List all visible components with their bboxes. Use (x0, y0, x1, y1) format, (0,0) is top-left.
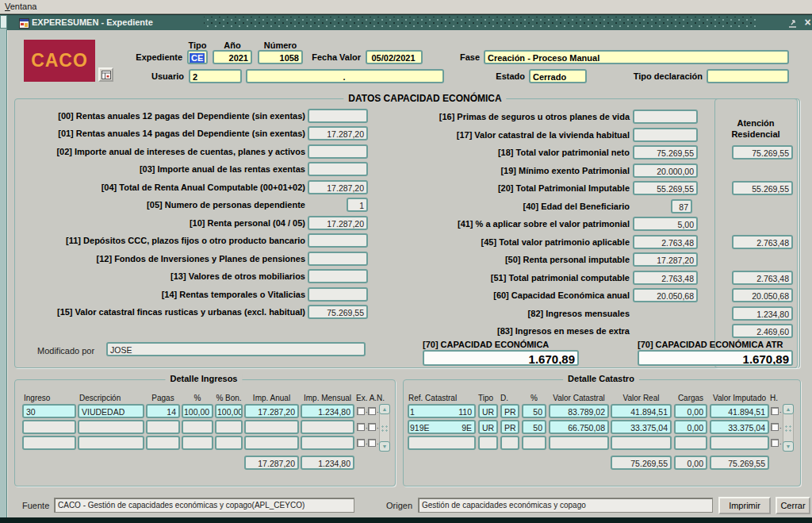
ingresos-cell[interactable]: 14 (146, 404, 180, 418)
atr-value-field[interactable]: 1.234,80 (732, 306, 793, 321)
value-field[interactable]: 17.287,20 (633, 252, 698, 267)
ref-catastral-cell[interactable]: 1110 (408, 404, 476, 418)
catastro-cell[interactable]: 33.375,04 (611, 420, 672, 434)
tipo-declaracion-field[interactable] (707, 69, 789, 83)
ingresos-cell[interactable] (146, 420, 180, 434)
value-field[interactable]: 2.763,48 (633, 271, 698, 285)
ingresos-cell[interactable] (22, 436, 76, 450)
estado-field[interactable]: Cerrado (529, 69, 587, 83)
ex-checkbox[interactable] (357, 423, 365, 431)
an-checkbox[interactable] (368, 423, 376, 431)
mdi-left-scrollbar-button[interactable] (0, 15, 7, 29)
usuario-code-field[interactable]: 2 (189, 69, 242, 83)
ingresos-cell[interactable]: 30 (22, 404, 76, 418)
ex-checkbox[interactable] (357, 407, 365, 415)
ref-catastral-cell[interactable] (408, 436, 476, 450)
ingresos-cell[interactable] (215, 436, 243, 450)
ingresos-cell[interactable] (244, 420, 299, 434)
catastro-cell[interactable]: 0,00 (674, 420, 707, 434)
h-checkbox[interactable] (771, 439, 779, 447)
catastro-cell[interactable] (549, 436, 609, 450)
ex-checkbox[interactable] (357, 439, 365, 447)
catastro-cell[interactable]: 66.750,08 (549, 420, 609, 434)
scroll-up-icon[interactable]: ▲ (783, 404, 794, 414)
value-field[interactable] (308, 287, 368, 302)
ingresos-cell[interactable] (182, 420, 213, 434)
ingresos-cell[interactable] (182, 436, 213, 450)
catastro-cell[interactable] (674, 436, 707, 450)
imprimir-button[interactable]: Imprimir (718, 497, 771, 514)
catastro-cell[interactable]: 50 (522, 420, 546, 434)
value-field[interactable]: 1 (347, 198, 368, 212)
value-field[interactable]: 75.269,55 (308, 305, 368, 319)
value-field[interactable]: 17.287,20 (308, 216, 368, 230)
atr-value-field[interactable]: 2.763,48 (732, 235, 793, 249)
ingresos-cell[interactable] (244, 436, 299, 450)
value-field[interactable]: 20.000,00 (633, 163, 698, 178)
value-field[interactable] (308, 144, 368, 159)
ingresos-cell[interactable] (22, 420, 76, 434)
scroll-down-icon[interactable]: ▼ (783, 441, 794, 452)
ingresos-cell[interactable] (146, 436, 180, 450)
catastro-cell[interactable]: 41.894,51 (611, 404, 672, 418)
atr-value-field[interactable]: 55.269,55 (732, 181, 793, 195)
ingresos-cell[interactable] (78, 420, 144, 434)
value-field[interactable]: 5,00 (633, 217, 698, 231)
value-field[interactable]: 2.763,48 (633, 235, 698, 249)
catastro-cell[interactable]: 33.375,04 (710, 420, 769, 434)
ingresos-cell[interactable]: 17.287,20 (244, 404, 299, 418)
value-field[interactable] (308, 233, 368, 248)
catastro-cell[interactable]: 0,00 (674, 404, 707, 418)
catastro-cell[interactable] (710, 436, 769, 450)
catastro-cell[interactable]: PR (500, 420, 519, 434)
value-field[interactable] (633, 110, 698, 124)
ingresos-cell[interactable]: VIUDEDAD (78, 404, 144, 418)
ingresos-cell[interactable]: 100,00 (182, 404, 213, 418)
catastro-cell[interactable] (611, 436, 672, 450)
anio-field[interactable]: 2021 (213, 50, 252, 64)
catastro-cell[interactable]: UR (478, 420, 498, 434)
catastro-cell[interactable]: 50 (522, 404, 546, 418)
numero-field[interactable]: 1058 (258, 50, 303, 64)
modificado-por-field[interactable]: JOSE (106, 342, 366, 356)
catastro-cell[interactable] (478, 436, 498, 450)
value-field[interactable] (633, 128, 698, 142)
ingresos-cell[interactable] (78, 436, 144, 450)
logo-detail-button[interactable] (98, 67, 113, 82)
value-field[interactable] (308, 252, 368, 266)
fase-field[interactable]: Creación - Proceso Manual (484, 50, 789, 64)
atr-value-field[interactable]: 2.469,60 (732, 324, 793, 338)
usuario-name-field[interactable]: . (246, 69, 444, 83)
ingresos-cell[interactable] (301, 436, 354, 450)
value-field[interactable]: 17.287,20 (308, 126, 368, 140)
value-field[interactable]: 17.287,20 (308, 180, 368, 194)
scroll-up-icon[interactable]: ▲ (379, 404, 390, 414)
an-checkbox[interactable] (368, 407, 376, 415)
value-field[interactable] (308, 109, 368, 123)
ingresos-cell[interactable]: 1.234,80 (301, 404, 354, 418)
catastro-cell[interactable] (500, 436, 519, 450)
atr-value-field[interactable]: 2.763,48 (732, 271, 793, 285)
catastro-cell[interactable]: UR (478, 404, 498, 418)
scroll-down-icon[interactable]: ▼ (379, 441, 390, 452)
tipo-field[interactable]: CE (187, 50, 208, 64)
value-field[interactable] (308, 269, 368, 283)
ingresos-cell[interactable] (301, 420, 354, 434)
value-field[interactable]: 20.050,68 (633, 288, 698, 302)
catastro-cell[interactable]: 41.894,51 (710, 404, 769, 418)
an-checkbox[interactable] (368, 439, 376, 447)
value-field[interactable] (308, 162, 368, 176)
restore-icon[interactable] (787, 17, 798, 28)
cerrar-button[interactable]: Cerrar (776, 497, 810, 514)
catastro-cell[interactable] (522, 436, 546, 450)
atr-value-field[interactable]: 20.050,68 (732, 288, 793, 302)
value-field[interactable]: 75.269,55 (633, 145, 698, 160)
fecha-valor-field[interactable]: 05/02/2021 (366, 50, 423, 64)
catastro-cell[interactable]: PR (500, 404, 519, 418)
h-checkbox[interactable] (771, 407, 779, 415)
value-field[interactable]: 55.269,55 (633, 181, 698, 195)
mdi-left-scrollbar[interactable] (0, 15, 7, 517)
ref-catastral-cell[interactable]: 919E9E (408, 420, 476, 434)
window-titlebar[interactable]: EXPERESUMEN - Expediente × (7, 15, 812, 30)
atr-value-field[interactable]: 75.269,55 (732, 145, 793, 160)
